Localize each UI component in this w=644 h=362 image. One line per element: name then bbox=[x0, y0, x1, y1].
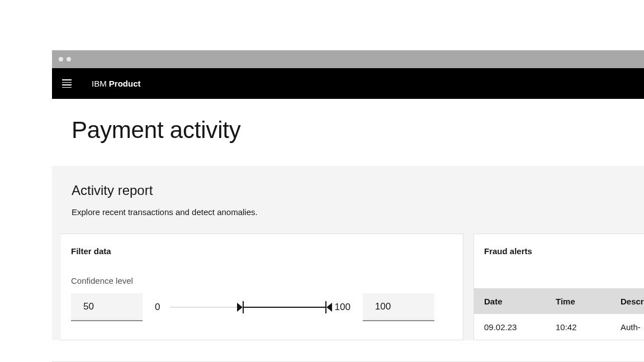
app-window: IBM Product Payment activity Activity re… bbox=[52, 50, 644, 362]
col-desc: Descr bbox=[621, 297, 644, 306]
alerts-heading: Fraud alerts bbox=[484, 246, 644, 256]
slider-handle-lower[interactable] bbox=[237, 301, 244, 313]
brand: IBM Product bbox=[92, 79, 141, 88]
filter-panel: Filter data Confidence level 0 bbox=[61, 234, 463, 340]
cell-desc: Auth- bbox=[621, 322, 644, 332]
confidence-min-input[interactable] bbox=[71, 293, 143, 321]
report-description: Explore recent transactions and detect a… bbox=[72, 207, 635, 217]
traffic-light-close[interactable] bbox=[59, 57, 63, 61]
cell-time: 10:42 bbox=[556, 322, 621, 332]
confidence-max-input[interactable] bbox=[363, 293, 434, 321]
report-title: Activity report bbox=[72, 183, 635, 198]
alerts-table-header: Date Time Descr bbox=[474, 288, 644, 314]
filter-heading: Filter data bbox=[71, 246, 453, 256]
page-title-area: Payment activity bbox=[52, 99, 644, 166]
titlebar bbox=[52, 50, 644, 68]
col-time: Time bbox=[556, 297, 621, 306]
col-date: Date bbox=[484, 297, 556, 306]
scale-max-label: 100 bbox=[334, 302, 350, 313]
page-title: Payment activity bbox=[72, 117, 644, 144]
alerts-panel: Fraud alerts Date Time Descr 09.02.23 10… bbox=[473, 234, 644, 340]
triangle-right-icon bbox=[237, 303, 243, 312]
confidence-slider[interactable] bbox=[170, 302, 326, 313]
brand-prefix: IBM bbox=[92, 79, 107, 88]
triangle-left-icon bbox=[326, 303, 332, 312]
confidence-label: Confidence level bbox=[71, 276, 453, 285]
traffic-light-minimize[interactable] bbox=[67, 57, 71, 61]
filter-controls: 0 100 bbox=[71, 293, 453, 321]
app-header: IBM Product bbox=[52, 68, 644, 99]
panel-row: Filter data Confidence level 0 bbox=[52, 234, 644, 340]
scale-min-label: 0 bbox=[155, 302, 160, 313]
report-section: Activity report Explore recent transacti… bbox=[52, 166, 644, 234]
cell-date: 09.02.23 bbox=[484, 322, 556, 332]
brand-name: Product bbox=[109, 79, 141, 88]
menu-icon[interactable] bbox=[62, 79, 72, 88]
table-row[interactable]: 09.02.23 10:42 Auth- bbox=[474, 314, 644, 340]
slider-handle-upper[interactable] bbox=[325, 301, 332, 313]
